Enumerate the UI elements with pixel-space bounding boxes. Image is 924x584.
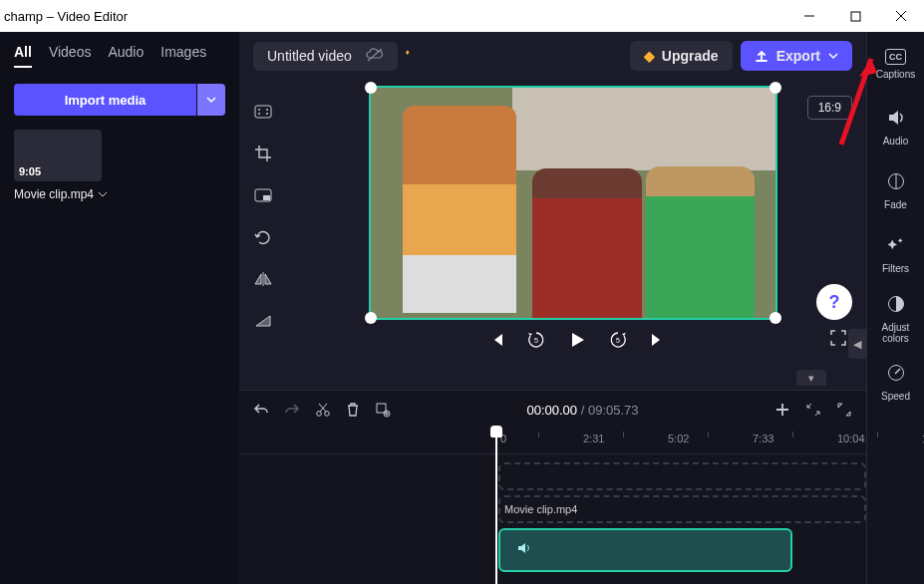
adjust-colors-button[interactable]: Adjust colors — [867, 287, 924, 351]
contrast-icon — [887, 295, 905, 318]
svg-rect-11 — [263, 195, 270, 200]
play-button[interactable] — [568, 331, 586, 349]
skip-prev-button[interactable] — [488, 332, 504, 348]
window-maximize-button[interactable] — [832, 0, 878, 32]
video-preview[interactable] — [369, 86, 777, 320]
svg-text:5: 5 — [616, 337, 620, 344]
filters-button[interactable]: Filters — [867, 223, 924, 287]
duplicate-button[interactable] — [375, 402, 391, 418]
resize-handle[interactable] — [770, 82, 781, 94]
chevron-down-icon — [828, 51, 838, 61]
timecode-display: 00:00.00 / 09:05.73 — [406, 403, 760, 418]
svg-point-8 — [258, 113, 260, 115]
fullscreen-button[interactable] — [830, 330, 846, 350]
crop-tool[interactable] — [251, 142, 275, 165]
add-track-button[interactable] — [774, 402, 790, 418]
svg-rect-1 — [851, 12, 860, 21]
window-minimize-button[interactable] — [786, 0, 832, 32]
cc-icon: CC — [885, 49, 906, 65]
tab-images[interactable]: Images — [160, 44, 206, 68]
window-close-button[interactable] — [878, 0, 924, 32]
pip-tool[interactable] — [251, 183, 275, 207]
delete-button[interactable] — [346, 402, 360, 418]
thumbnail-duration: 9:05 — [19, 165, 41, 177]
fit-tool[interactable] — [251, 100, 275, 124]
timeline-tracks[interactable]: Movie clip.mp4 ‖ ‖ — [239, 454, 866, 584]
svg-rect-5 — [255, 106, 271, 118]
redo-button[interactable] — [284, 403, 300, 417]
rewind-5-button[interactable]: 5 — [526, 330, 546, 350]
tab-audio[interactable]: Audio — [108, 44, 144, 68]
import-media-dropdown[interactable] — [197, 84, 225, 116]
svg-point-15 — [325, 412, 330, 417]
tab-all[interactable]: All — [14, 44, 32, 68]
undo-button[interactable] — [253, 403, 269, 417]
svg-point-9 — [266, 113, 268, 115]
speaker-icon — [886, 109, 906, 132]
media-thumbnail[interactable]: 9:05 — [14, 130, 102, 181]
import-media-button[interactable]: Import media — [14, 84, 196, 116]
clip-trim-right[interactable]: ‖ — [780, 533, 788, 567]
aspect-ratio-button[interactable]: 16:9 — [807, 96, 852, 120]
upload-icon — [755, 49, 769, 63]
svg-text:5: 5 — [534, 337, 538, 344]
flip-h-tool[interactable] — [251, 267, 275, 291]
fade-icon — [887, 172, 905, 195]
panel-expand-bottom[interactable]: ▾ — [796, 370, 826, 386]
resize-handle[interactable] — [365, 82, 377, 94]
svg-point-7 — [266, 109, 268, 111]
pro-badge-icon: ♦ — [406, 48, 410, 57]
sparkle-icon — [887, 236, 905, 259]
clip-label: Movie clip.mp4 — [504, 503, 577, 515]
timeline-clip[interactable]: ‖ ‖ — [498, 528, 792, 572]
zoom-fit-button[interactable] — [836, 402, 852, 418]
timeline-ruler[interactable]: 0 2:31 5:02 7:33 10:04 12:35 15:06 17: — [239, 429, 866, 454]
speed-button[interactable]: Speed — [867, 351, 924, 415]
cloud-disabled-icon — [366, 48, 384, 65]
window-title: champ – Video Editor — [4, 9, 128, 24]
media-filename[interactable]: Movie clip.mp4 — [14, 187, 225, 201]
help-button[interactable]: ? — [816, 284, 852, 320]
video-track-placeholder[interactable]: Movie clip.mp4 — [498, 495, 866, 523]
upgrade-button[interactable]: ◆ Upgrade — [630, 41, 733, 71]
forward-5-button[interactable]: 5 — [608, 330, 628, 350]
gauge-icon — [887, 364, 905, 387]
audio-icon — [516, 541, 532, 559]
split-button[interactable] — [315, 402, 331, 418]
text-track[interactable] — [498, 462, 866, 490]
project-title[interactable]: Untitled video — [253, 42, 398, 71]
diamond-icon: ◆ — [644, 48, 655, 64]
svg-point-6 — [258, 109, 260, 111]
captions-button[interactable]: CCCaptions — [867, 32, 924, 96]
clip-trim-left[interactable]: ‖ — [502, 533, 510, 567]
audio-button[interactable]: Audio — [867, 96, 924, 159]
chevron-down-icon — [206, 95, 216, 105]
svg-point-14 — [317, 412, 322, 417]
flip-v-tool[interactable] — [251, 309, 275, 333]
export-button[interactable]: Export — [741, 41, 852, 71]
skip-next-button[interactable] — [650, 332, 666, 348]
rotate-tool[interactable] — [251, 225, 275, 249]
tab-videos[interactable]: Videos — [49, 44, 92, 68]
zoom-out-button[interactable] — [805, 402, 821, 418]
chevron-down-icon — [98, 189, 108, 199]
fade-button[interactable]: Fade — [867, 159, 924, 223]
